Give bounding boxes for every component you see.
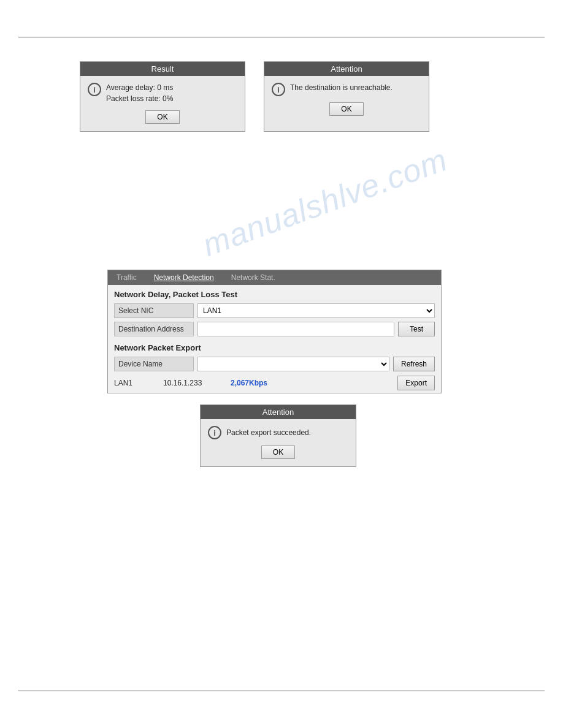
attention-dialog-1: Attention i The destination is unreachab…	[264, 61, 429, 132]
watermark: manualshlve.com	[197, 141, 452, 264]
speed-highlight: 2,067	[231, 379, 249, 387]
main-panel: Traffic Network Detection Network Stat. …	[107, 270, 442, 393]
top-rule	[18, 37, 545, 37]
speed-suffix: Kbps	[249, 379, 267, 387]
data-row-speed: 2,067Kbps	[231, 379, 391, 387]
attention-2-message: Packet export succeeded.	[226, 427, 311, 438]
result-line1: Average delay: 0 ms	[106, 82, 173, 93]
data-row-ip: 10.16.1.233	[163, 379, 224, 387]
export-button[interactable]: Export	[397, 376, 435, 390]
device-name-label: Device Name	[114, 357, 194, 371]
data-row: LAN1 10.16.1.233 2,067Kbps Export	[108, 373, 441, 393]
destination-address-input[interactable]	[197, 322, 394, 336]
select-nic-dropdown[interactable]: LAN1	[197, 303, 435, 318]
device-name-dropdown[interactable]	[197, 357, 389, 371]
result-dialog-body: i Average delay: 0 ms Packet loss rate: …	[80, 76, 245, 131]
data-row-lan: LAN1	[114, 379, 157, 387]
result-text: Average delay: 0 ms Packet loss rate: 0%	[106, 82, 173, 104]
tab-network-detection[interactable]: Network Detection	[145, 270, 223, 285]
select-nic-label: Select NIC	[114, 303, 194, 318]
select-nic-row: Select NIC LAN1	[108, 301, 441, 320]
attention-1-message: The destination is unreachable.	[290, 82, 393, 93]
section2-title: Network Packet Export	[108, 338, 441, 355]
attention-dialog-2: Attention i Packet export succeeded. OK	[200, 404, 356, 467]
device-name-row: Device Name Refresh	[108, 355, 441, 373]
result-content-row: i Average delay: 0 ms Packet loss rate: …	[88, 82, 237, 104]
refresh-button[interactable]: Refresh	[393, 357, 435, 371]
attention-1-info-icon: i	[272, 83, 285, 96]
attention-dialog-1-title: Attention	[264, 62, 429, 76]
section1-title: Network Delay, Packet Loss Test	[108, 285, 441, 301]
attention-1-ok-button[interactable]: OK	[329, 102, 363, 116]
destination-address-row: Destination Address Test	[108, 320, 441, 338]
bottom-rule	[18, 691, 545, 691]
tab-network-stat[interactable]: Network Stat.	[223, 270, 284, 285]
attention-2-ok-button[interactable]: OK	[261, 446, 295, 459]
attention-2-content-row: i Packet export succeeded.	[208, 425, 348, 439]
result-line2: Packet loss rate: 0%	[106, 93, 173, 104]
dialogs-row: Result i Average delay: 0 ms Packet loss…	[80, 61, 429, 132]
result-info-icon: i	[88, 83, 101, 96]
result-dialog-title: Result	[80, 62, 245, 76]
attention-1-content-row: i The destination is unreachable.	[272, 82, 421, 96]
attention-dialog-2-body: i Packet export succeeded. OK	[201, 419, 356, 466]
result-ok-button[interactable]: OK	[145, 110, 179, 124]
result-dialog: Result i Average delay: 0 ms Packet loss…	[80, 61, 245, 132]
attention-dialog-1-body: i The destination is unreachable. OK	[264, 76, 429, 123]
attention-2-info-icon: i	[208, 426, 221, 439]
test-button[interactable]: Test	[398, 322, 435, 336]
tab-traffic[interactable]: Traffic	[108, 270, 145, 285]
destination-address-label: Destination Address	[114, 322, 194, 336]
attention-dialog-2-title: Attention	[201, 405, 356, 419]
panel-tabbar: Traffic Network Detection Network Stat.	[108, 270, 441, 285]
